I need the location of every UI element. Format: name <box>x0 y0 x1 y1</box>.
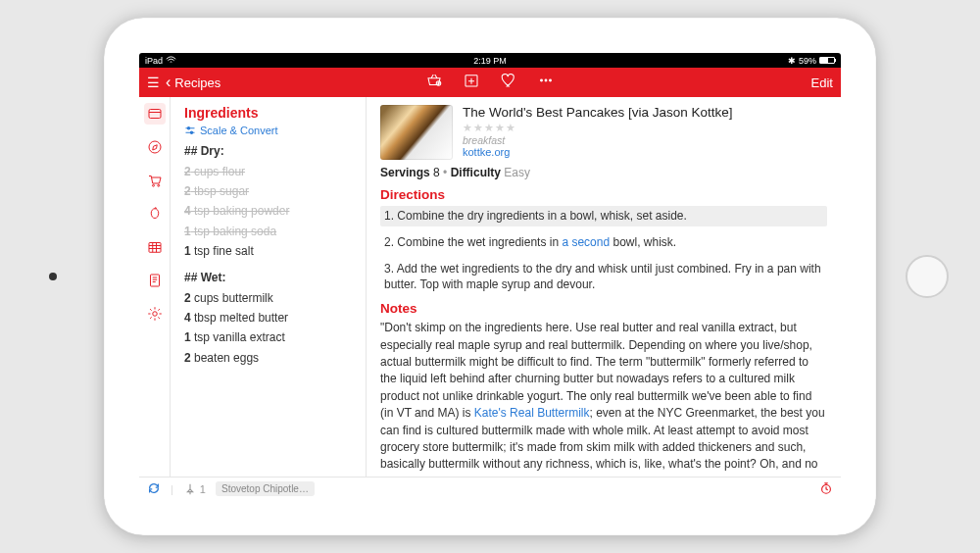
wet-heading: ## Wet: <box>184 271 356 284</box>
source-link[interactable]: kottke.org <box>463 146 827 158</box>
servings-label: Servings <box>380 166 430 179</box>
bluetooth-icon: ✱ <box>788 56 796 66</box>
ipad-frame: iPad 2:19 PM ✱ 59% ☰ ‹ Recipes <box>104 18 876 535</box>
svg-point-2 <box>541 79 543 81</box>
sidebar <box>139 97 171 477</box>
footer-bar: | 1 Stovetop Chipotle… <box>139 477 841 500</box>
ingredient-line[interactable]: 4 tbsp melted butter <box>184 310 356 326</box>
edit-button[interactable]: Edit <box>811 75 833 90</box>
recipe-photo[interactable] <box>380 105 453 160</box>
direction-step-3[interactable]: 3. Add the wet ingredients to the dry an… <box>380 259 827 296</box>
wet-list: 2 cups buttermilk4 tbsp melted butter1 t… <box>184 290 356 366</box>
directions-title: Directions <box>380 187 827 202</box>
ingredient-line[interactable]: 2 cups flour <box>184 164 356 179</box>
ingredient-line[interactable]: 1 tsp fine salt <box>184 243 356 259</box>
status-time: 2:19 PM <box>375 56 606 66</box>
svg-rect-10 <box>150 275 159 286</box>
svg-point-11 <box>152 312 157 317</box>
svg-point-8 <box>157 184 159 186</box>
sidebar-item-browser[interactable] <box>144 136 166 158</box>
svg-point-3 <box>545 79 547 81</box>
ingredient-line[interactable]: 4 tsp baking powder <box>184 203 356 219</box>
ingredients-title: Ingredients <box>184 105 356 121</box>
more-icon[interactable] <box>537 72 555 93</box>
difficulty-value: Easy <box>504 166 530 179</box>
home-button[interactable] <box>906 255 949 298</box>
battery-icon <box>819 57 835 64</box>
status-bar: iPad 2:19 PM ✱ 59% <box>139 53 841 68</box>
scale-convert-label: Scale & Convert <box>200 125 277 136</box>
ingredient-line[interactable]: 2 beaten eggs <box>184 350 356 366</box>
scale-convert-link[interactable]: Scale & Convert <box>184 125 356 136</box>
dry-heading: ## Dry: <box>184 144 356 158</box>
notes-link[interactable]: Kate's Real Buttermilk <box>474 406 590 420</box>
basket-add-icon[interactable] <box>425 72 443 93</box>
notes-body: "Don't skimp on the ingredients here. Us… <box>380 320 827 477</box>
sidebar-item-groceries[interactable] <box>144 170 166 191</box>
screen: iPad 2:19 PM ✱ 59% ☰ ‹ Recipes <box>139 53 841 500</box>
svg-point-13 <box>190 131 192 133</box>
notes-title: Notes <box>380 301 827 316</box>
wifi-icon <box>166 56 176 66</box>
sync-icon[interactable] <box>147 481 161 497</box>
battery-label: 59% <box>799 56 816 66</box>
timer-icon[interactable] <box>819 481 833 497</box>
hamburger-icon[interactable]: ☰ <box>147 75 160 90</box>
sidebar-item-recipebox[interactable] <box>144 103 166 125</box>
recipe-title: The World's Best Pancakes [via Jason Kot… <box>463 105 827 120</box>
pin-indicator[interactable]: 1 <box>183 482 206 496</box>
ingredient-line[interactable]: 1 tsp vanilla extract <box>184 329 356 345</box>
nav-bar: ☰ ‹ Recipes Edit <box>139 68 841 97</box>
svg-point-7 <box>152 184 154 186</box>
sidebar-item-settings[interactable] <box>144 303 166 325</box>
difficulty-label: Difficulty <box>451 166 501 179</box>
ingredient-line[interactable]: 2 tbsp sugar <box>184 183 356 199</box>
sidebar-item-meals[interactable] <box>144 236 166 258</box>
camera-dot <box>49 273 57 280</box>
meal-tag: breakfast <box>463 134 827 146</box>
svg-rect-9 <box>149 243 161 253</box>
ingredients-panel: Ingredients Scale & Convert ## Dry: 2 cu… <box>171 97 367 477</box>
rating-stars[interactable]: ★★★★★ <box>463 122 827 134</box>
back-chevron-icon[interactable]: ‹ <box>166 74 171 91</box>
carrier-label: iPad <box>145 56 163 66</box>
recipe-panel: The World's Best Pancakes [via Jason Kot… <box>367 97 841 477</box>
calendar-add-icon[interactable] <box>463 72 480 93</box>
servings-line: Servings 8 • Difficulty Easy <box>380 166 827 179</box>
svg-point-6 <box>149 141 161 153</box>
back-label[interactable]: Recipes <box>174 75 220 90</box>
ingredient-line[interactable]: 1 tsp baking soda <box>184 224 356 239</box>
sidebar-item-pantry[interactable] <box>144 203 166 225</box>
ingredient-line[interactable]: 2 cups buttermilk <box>184 290 356 306</box>
step2-link[interactable]: a second <box>562 235 610 249</box>
sidebar-item-menus[interactable] <box>144 270 166 291</box>
svg-point-4 <box>550 79 552 81</box>
direction-step-2[interactable]: 2. Combine the wet ingredients in a seco… <box>380 232 827 253</box>
pin-count: 1 <box>200 483 206 495</box>
servings-value: 8 <box>433 166 440 179</box>
direction-step-1[interactable]: 1. Combine the dry ingredients in a bowl… <box>380 206 827 226</box>
svg-rect-5 <box>149 110 161 119</box>
dry-list: 2 cups flour2 tbsp sugar4 tsp baking pow… <box>184 164 356 259</box>
pinned-chip[interactable]: Stovetop Chipotle… <box>216 481 315 496</box>
heart-icon[interactable] <box>500 72 517 93</box>
svg-point-12 <box>187 127 189 129</box>
